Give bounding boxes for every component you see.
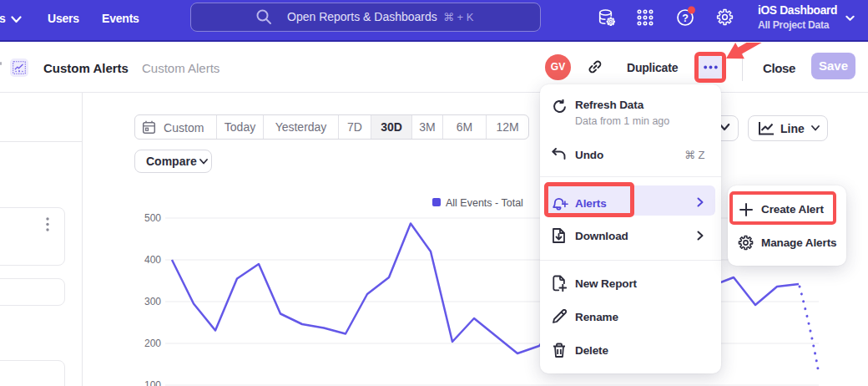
svg-text:400: 400: [144, 254, 161, 266]
svg-text:100: 100: [144, 379, 161, 386]
svg-text:?: ?: [682, 13, 689, 24]
svg-text:200: 200: [144, 338, 161, 349]
svg-text:All Events - Total: All Events - Total: [446, 197, 523, 209]
svg-text:500: 500: [144, 212, 161, 224]
svg-text:300: 300: [144, 296, 161, 307]
